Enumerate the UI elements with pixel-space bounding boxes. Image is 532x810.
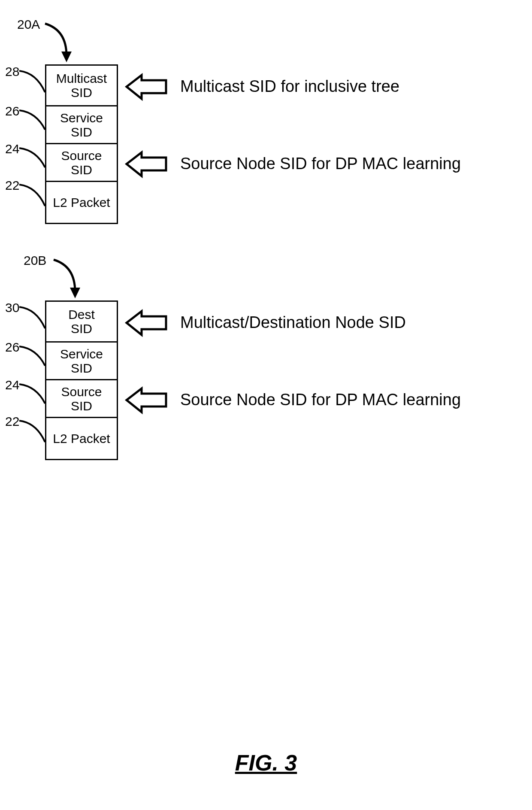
ref-24: 24 <box>5 378 19 392</box>
layer-label-line2: SID <box>71 399 92 413</box>
layer-label-line1: Dest <box>68 307 95 322</box>
arrow-20b-icon <box>51 258 86 298</box>
lead-line-icon <box>19 108 49 138</box>
layer-label-line1: Service <box>60 347 103 361</box>
left-arrow-icon <box>127 388 167 412</box>
left-arrow-icon <box>127 311 167 335</box>
ref-26: 26 <box>5 340 19 355</box>
packet-stack-a: Multicast SID Service SID Source SID L2 … <box>45 64 118 224</box>
left-arrow-icon <box>127 75 167 99</box>
ref-28: 28 <box>5 64 19 79</box>
layer-label-line2: SID <box>71 163 92 177</box>
annotation-multicast-sid: Multicast SID for inclusive tree <box>180 77 399 96</box>
svg-marker-2 <box>127 152 166 176</box>
lead-line-icon <box>19 146 49 176</box>
layer-multicast-sid: Multicast SID <box>45 64 118 106</box>
svg-marker-5 <box>127 388 166 412</box>
lead-line-icon <box>19 182 49 212</box>
lead-line-icon <box>19 419 49 449</box>
svg-marker-1 <box>127 75 166 99</box>
annotation-source-sid: Source Node SID for DP MAC learning <box>180 391 461 409</box>
lead-line-icon <box>19 305 49 335</box>
svg-marker-4 <box>127 311 166 335</box>
ref-30: 30 <box>5 300 19 315</box>
layer-label-line1: L2 Packet <box>53 431 110 446</box>
lead-line-icon <box>19 382 49 412</box>
layer-source-sid: Source SID <box>45 380 118 418</box>
left-arrow-icon <box>127 152 167 176</box>
layer-label-line2: SID <box>71 322 92 336</box>
layer-service-sid: Service SID <box>45 343 118 380</box>
ref-22: 22 <box>5 178 19 193</box>
layer-label-line1: Service <box>60 111 103 125</box>
svg-marker-3 <box>70 288 80 298</box>
layer-l2-packet: L2 Packet <box>45 182 118 224</box>
layer-label-line1: Multicast <box>56 71 107 85</box>
layer-label-line1: Source <box>61 149 102 163</box>
layer-source-sid: Source SID <box>45 144 118 182</box>
figure-caption: FIG. 3 <box>0 750 532 776</box>
svg-marker-0 <box>61 52 72 62</box>
lead-line-icon <box>19 344 49 374</box>
layer-dest-sid: Dest SID <box>45 300 118 343</box>
ref-22: 22 <box>5 414 19 429</box>
lead-line-icon <box>19 69 49 99</box>
layer-label-line1: Source <box>61 385 102 399</box>
annotation-source-sid: Source Node SID for DP MAC learning <box>180 155 461 173</box>
ref-24: 24 <box>5 142 19 156</box>
layer-label-line2: SID <box>71 125 92 139</box>
annotation-dest-sid: Multicast/Destination Node SID <box>180 313 406 332</box>
packet-stack-b: Dest SID Service SID Source SID L2 Packe… <box>45 300 118 460</box>
layer-label-line2: SID <box>71 361 92 375</box>
layer-label-line1: L2 Packet <box>53 195 110 209</box>
layer-label-line2: SID <box>71 85 92 100</box>
layer-service-sid: Service SID <box>45 106 118 144</box>
diagram-a-id-label: 20A <box>17 17 40 32</box>
arrow-20a-icon <box>43 21 77 62</box>
layer-l2-packet: L2 Packet <box>45 418 118 460</box>
diagram-b-id-label: 20B <box>24 253 46 268</box>
ref-26: 26 <box>5 104 19 118</box>
